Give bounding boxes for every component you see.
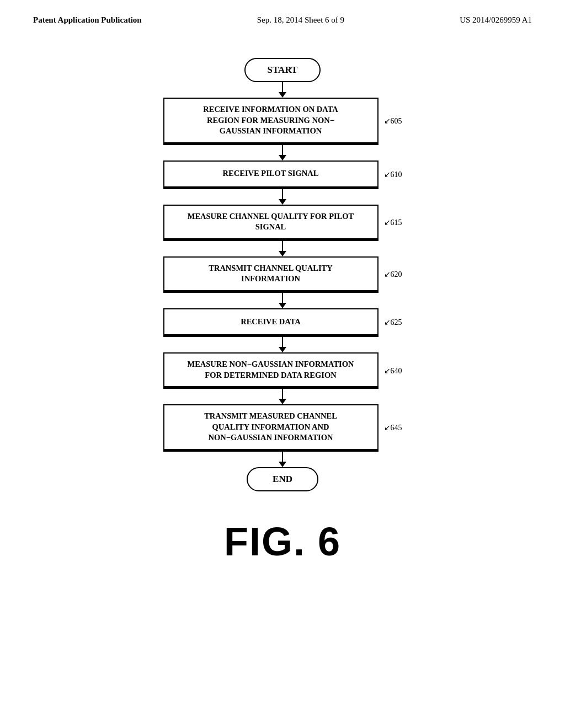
box-640: MEASURE NON−GAUSSIAN INFORMATIONFOR DETE… [163, 352, 379, 389]
start-oval: START [244, 58, 321, 82]
ref-625: ↙625 [384, 318, 402, 327]
arrow-7 [279, 389, 286, 404]
arrow-3 [279, 189, 286, 205]
arrow-line [282, 145, 283, 155]
box-row-610: RECEIVE PILOT SIGNAL ↙610 [163, 160, 402, 189]
box-row-605: RECEIVE INFORMATION ON DATAREGION FOR ME… [163, 98, 402, 145]
fig-label: FIG. 6 [224, 519, 341, 564]
arrow-line [282, 337, 283, 347]
arrow-8 [279, 452, 286, 467]
end-row: END [247, 467, 318, 491]
box-645: TRANSMIT MEASURED CHANNELQUALITY INFORMA… [163, 404, 379, 452]
arrow-2 [279, 145, 286, 160]
ref-620: ↙620 [384, 270, 402, 279]
ref-640: ↙640 [384, 366, 402, 376]
diagram-container: START RECEIVE INFORMATION ON DATAREGION … [0, 58, 565, 564]
arrow-head [279, 347, 286, 352]
arrow-6 [279, 337, 286, 352]
arrow-head [279, 155, 286, 160]
arrow-head [279, 462, 286, 467]
arrow-5 [279, 293, 286, 308]
arrow-head [279, 251, 286, 256]
arrow-line [282, 389, 283, 399]
ref-615: ↙615 [384, 218, 402, 227]
ref-645: ↙645 [384, 423, 402, 432]
ref-605: ↙605 [384, 116, 402, 126]
arrow-line [282, 293, 283, 303]
arrow-head [279, 92, 286, 98]
arrow-line [282, 452, 283, 462]
box-row-620: TRANSMIT CHANNEL QUALITYINFORMATION ↙620 [163, 256, 402, 293]
box-row-615: MEASURE CHANNEL QUALITY FOR PILOTSIGNAL … [163, 205, 402, 241]
flowchart: START RECEIVE INFORMATION ON DATAREGION … [145, 58, 420, 491]
header-right: US 2014/0269959 A1 [460, 15, 532, 25]
arrow-1 [279, 82, 286, 98]
box-615: MEASURE CHANNEL QUALITY FOR PILOTSIGNAL [163, 205, 379, 241]
box-625: RECEIVE DATA [163, 308, 379, 337]
start-row: START [244, 58, 321, 82]
arrow-head [279, 199, 286, 205]
arrow-line [282, 82, 283, 92]
box-row-645: TRANSMIT MEASURED CHANNELQUALITY INFORMA… [163, 404, 402, 452]
box-row-640: MEASURE NON−GAUSSIAN INFORMATIONFOR DETE… [163, 352, 402, 389]
box-620: TRANSMIT CHANNEL QUALITYINFORMATION [163, 256, 379, 293]
ref-610: ↙610 [384, 170, 402, 179]
arrow-head [279, 303, 286, 308]
header-center: Sep. 18, 2014 Sheet 6 of 9 [257, 15, 344, 25]
box-605: RECEIVE INFORMATION ON DATAREGION FOR ME… [163, 98, 379, 145]
box-610: RECEIVE PILOT SIGNAL [163, 160, 379, 189]
end-oval: END [247, 467, 318, 491]
arrow-line [282, 241, 283, 251]
arrow-head [279, 399, 286, 404]
header-left: Patent Application Publication [33, 15, 142, 25]
box-row-625: RECEIVE DATA ↙625 [163, 308, 402, 337]
arrow-line [282, 189, 283, 199]
page-header: Patent Application Publication Sep. 18, … [0, 0, 565, 25]
arrow-4 [279, 241, 286, 256]
